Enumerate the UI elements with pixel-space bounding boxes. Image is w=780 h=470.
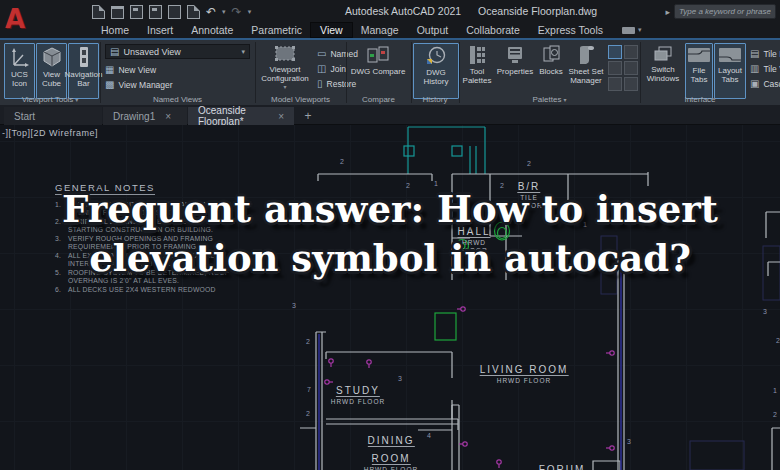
palette-mini-icon[interactable] [608, 45, 622, 59]
door-window-tag: 1 [773, 387, 777, 394]
blocks-icon [542, 45, 560, 65]
new-view-button[interactable]: ▦ New View [105, 63, 156, 76]
ucs-icon-button[interactable]: UCS Icon [4, 43, 35, 99]
panel-label-compare: Compare [346, 95, 411, 104]
redo-caret-icon[interactable]: ▾ [248, 8, 252, 16]
tile-horizontally-icon: ▤ [750, 49, 759, 59]
view-cube-label: View Cube [37, 70, 66, 88]
sheet-set-manager-icon [576, 45, 596, 65]
navigation-bar-button[interactable]: Navigation Bar [68, 43, 99, 99]
undo-icon[interactable]: ↶ [206, 6, 216, 18]
join-viewports-icon: ◫ [317, 64, 326, 74]
tab-collaborate[interactable]: Collaborate [457, 23, 529, 37]
plot-icon[interactable] [168, 5, 181, 19]
door-window-tag: 3 [627, 438, 631, 445]
blocks-button[interactable]: Blocks [537, 43, 565, 99]
sheet-set-manager-button[interactable]: Sheet Set Manager [566, 43, 606, 99]
new-tab-button[interactable]: + [298, 107, 318, 125]
properties-icon [506, 45, 524, 65]
tab-express-tools[interactable]: Express Tools [529, 23, 612, 37]
file-tabs-icon [687, 46, 711, 64]
navigation-bar-label: Navigation Bar [65, 70, 103, 88]
switch-windows-button[interactable]: Switch Windows [643, 43, 683, 99]
room-label: DININGROOMHRWD FLOOR [364, 430, 418, 470]
properties-label: Properties [497, 67, 533, 76]
dwg-history-icon [425, 46, 447, 66]
chevron-right-icon[interactable]: ▸ [665, 7, 670, 17]
layout-tabs-icon [718, 46, 742, 64]
palette-mini-icon[interactable] [624, 61, 638, 75]
ucs-axes-icon [10, 46, 30, 68]
undo-caret-icon[interactable]: ▾ [222, 8, 226, 16]
panel-separator [459, 42, 460, 103]
join-viewports-button[interactable]: ◫ Join [317, 62, 346, 75]
cascade-button[interactable]: ▣ Cascade [750, 77, 780, 90]
tile-horizontally-button[interactable]: ▤ Tile Horizontally [750, 47, 780, 60]
headline-overlay: Frequent answer: How to insert elevation… [0, 185, 780, 283]
viewport-configuration-icon [274, 45, 296, 63]
tile-vertically-button[interactable]: ▥ Tile Vertically [750, 62, 780, 75]
room-label: FORUM [539, 459, 586, 470]
save-as-icon[interactable] [149, 5, 162, 19]
tile-vertically-icon: ▥ [750, 64, 759, 74]
palette-mini-icon[interactable] [624, 77, 638, 91]
file-tab-start[interactable]: Start [4, 107, 102, 125]
redo-icon[interactable]: ↷ [232, 6, 242, 18]
tab-parametric[interactable]: Parametric [242, 23, 311, 37]
new-file-icon[interactable] [92, 5, 105, 19]
tab-manage[interactable]: Manage [352, 23, 408, 37]
chevron-down-icon: ▾ [283, 83, 286, 92]
cascade-icon: ▣ [750, 79, 759, 89]
ribbon: UCS Icon View Cube Navigation Bar Viewpo… [0, 38, 780, 105]
panel-label-palettes[interactable]: Palettes▾ [459, 95, 640, 104]
file-tab-drawing1[interactable]: Drawing1 × [103, 107, 187, 125]
view-cube-button[interactable]: View Cube [36, 43, 67, 99]
door-window-tag: 2 [776, 337, 780, 344]
file-tab-oceanside[interactable]: Oceanside Floorplan* × [188, 107, 294, 125]
viewport-controls-label[interactable]: -][Top][2D Wireframe] [2, 128, 98, 138]
ribbon-tab-bar: Home Insert Annotate Parametric View Man… [0, 22, 780, 38]
dwg-compare-icon [366, 45, 390, 65]
tool-palettes-button[interactable]: Tool Palettes [461, 43, 493, 99]
file-tab-bar: Start Drawing1 × Oceanside Floorplan* × … [0, 105, 780, 125]
window-title: Autodesk AutoCAD 2021 Oceanside Floorpla… [345, 5, 597, 17]
palette-mini-icon[interactable] [624, 45, 638, 59]
palette-mini-icon[interactable] [608, 61, 622, 75]
print-icon[interactable] [187, 5, 200, 19]
open-folder-icon[interactable] [111, 6, 124, 19]
viewport-configuration-button[interactable]: Viewport Configuration ▾ [257, 43, 313, 99]
viewport-configuration-label: Viewport Configuration [257, 65, 313, 83]
panel-separator [411, 42, 412, 103]
tab-insert[interactable]: Insert [138, 23, 182, 37]
file-tabs-button[interactable]: File Tabs [685, 43, 713, 99]
properties-button[interactable]: Properties [494, 43, 536, 99]
tab-annotate[interactable]: Annotate [182, 23, 242, 37]
file-tabs-label: File Tabs [686, 66, 712, 84]
dwg-compare-button[interactable]: DWG Compare [349, 43, 407, 99]
autocad-logo-icon[interactable]: A [3, 4, 27, 36]
panel-label-viewport-tools[interactable]: Viewport Tools▾ [0, 95, 100, 104]
close-icon[interactable]: × [165, 111, 171, 122]
layout-tabs-label: Layout Tabs [715, 66, 745, 84]
tool-palettes-icon [468, 45, 486, 65]
drawing-viewport[interactable]: -][Top][2D Wireframe] GENERAL NOTES 1.FO… [0, 125, 780, 470]
door-window-tag: 2 [306, 410, 310, 417]
close-icon[interactable]: × [278, 111, 284, 122]
view-state-icon: ▤ [110, 47, 119, 57]
view-manager-icon: ▩ [105, 80, 114, 90]
view-dropdown[interactable]: ▤ Unsaved View ▾ [105, 44, 250, 59]
palette-mini-icon[interactable] [608, 77, 622, 91]
dwg-history-button[interactable]: DWG History [413, 43, 459, 99]
search-input[interactable] [674, 4, 776, 19]
switch-windows-icon [653, 45, 673, 63]
save-icon[interactable] [130, 5, 143, 19]
layout-tabs-button[interactable]: Layout Tabs [714, 43, 746, 99]
view-manager-button[interactable]: ▩ View Manager [105, 78, 173, 91]
quick-access-toolbar: ↶ ▾ ↷ ▾ [92, 5, 251, 19]
panel-label-named-views: Named Views [100, 95, 255, 104]
ribbon-overflow-button[interactable]: ▾ [622, 26, 642, 34]
panel-separator [100, 42, 101, 103]
tab-home[interactable]: Home [92, 23, 138, 37]
tab-view[interactable]: View [311, 23, 352, 37]
tab-output[interactable]: Output [408, 23, 458, 37]
